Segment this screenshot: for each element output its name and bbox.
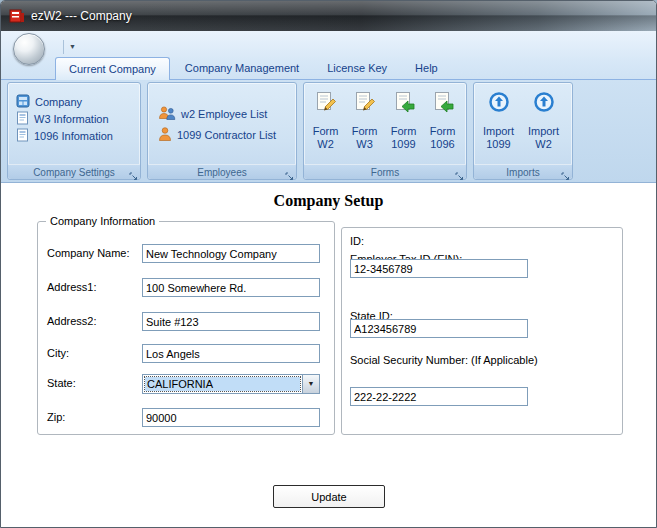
ribbon-chrome: ▼ Current Company Company Management Lic… bbox=[1, 31, 656, 79]
tab-help[interactable]: Help bbox=[402, 57, 451, 79]
bigbtn-label: Import bbox=[483, 125, 514, 138]
ribbon-item-label: 1099 Contractor List bbox=[177, 129, 276, 141]
address1-field[interactable] bbox=[142, 278, 320, 297]
bigbtn-label: 1099 bbox=[391, 138, 415, 151]
form-w2-button[interactable]: Form W2 bbox=[306, 85, 345, 166]
page-title: Company Setup bbox=[1, 192, 656, 210]
ribbon-body: Company W3 Information bbox=[1, 79, 656, 183]
import-1099-icon bbox=[488, 91, 510, 115]
qat-dropdown-icon[interactable]: ▼ bbox=[63, 40, 77, 54]
form-w2-icon bbox=[314, 91, 338, 115]
import-1099-button[interactable]: Import 1099 bbox=[476, 85, 521, 166]
main-content: Company Setup Company Information Compan… bbox=[1, 184, 656, 528]
zip-field[interactable] bbox=[142, 408, 320, 427]
ribbon-group-imports: Import 1099 Import W2 Imports bbox=[473, 82, 573, 180]
address2-field[interactable] bbox=[142, 312, 320, 331]
ribbon-item-label: w2 Employee List bbox=[181, 108, 267, 120]
groupbox-legend: Company Information bbox=[46, 215, 159, 227]
state-dropdown[interactable]: CALIFORNIA ▼ bbox=[142, 374, 320, 394]
id-section-title: ID: bbox=[342, 228, 622, 247]
ein-field[interactable] bbox=[350, 259, 528, 278]
company-name-label: Company Name: bbox=[47, 247, 130, 259]
tab-current-company[interactable]: Current Company bbox=[55, 57, 170, 80]
bigbtn-label: 1096 bbox=[430, 138, 454, 151]
form-1099-icon bbox=[392, 91, 416, 115]
state-label: State: bbox=[47, 377, 76, 389]
company-information-groupbox: Company Information Company Name: Addres… bbox=[37, 221, 335, 435]
ribbon-group-company-settings: Company W3 Information bbox=[7, 82, 141, 180]
state-dropdown-arrow-icon[interactable]: ▼ bbox=[302, 375, 319, 393]
import-w2-button[interactable]: Import W2 bbox=[521, 85, 566, 166]
bigbtn-label: Import bbox=[528, 125, 559, 138]
bigbtn-label: 1099 bbox=[486, 138, 510, 151]
form-1099-button[interactable]: Form 1099 bbox=[384, 85, 423, 166]
tab-company-management[interactable]: Company Management bbox=[172, 57, 312, 79]
bigbtn-label: Form bbox=[430, 125, 456, 138]
group-caption-forms: Forms bbox=[304, 164, 466, 179]
app-icon bbox=[9, 8, 25, 24]
w3-information-icon bbox=[16, 111, 29, 127]
dialog-launcher-icon[interactable] bbox=[455, 167, 464, 176]
state-selected-value: CALIFORNIA bbox=[145, 377, 300, 391]
group-caption-employees: Employees bbox=[148, 164, 296, 179]
dialog-launcher-icon[interactable] bbox=[129, 167, 138, 176]
form-1096-button[interactable]: Form 1096 bbox=[423, 85, 462, 166]
tab-license-key[interactable]: License Key bbox=[314, 57, 400, 79]
application-menu-orb[interactable] bbox=[13, 33, 45, 65]
company-name-field[interactable] bbox=[142, 244, 320, 263]
bigbtn-label: W2 bbox=[535, 138, 552, 151]
bigbtn-label: W2 bbox=[317, 138, 334, 151]
group-caption-imports: Imports bbox=[474, 164, 572, 179]
bigbtn-label: Form bbox=[313, 125, 339, 138]
app-window: ezW2 --- Company ▼ Current Company Compa… bbox=[0, 0, 657, 528]
bigbtn-label: Form bbox=[391, 125, 417, 138]
address1-label: Address1: bbox=[47, 281, 97, 293]
address2-label: Address2: bbox=[47, 315, 97, 327]
company-icon bbox=[16, 94, 30, 110]
import-w2-icon bbox=[533, 91, 555, 115]
ribbon-group-forms: Form W2 Form W3 bbox=[303, 82, 467, 180]
ribbon-item-label: 1096 Infomation bbox=[34, 130, 113, 142]
bigbtn-label: W3 bbox=[356, 138, 373, 151]
group-caption-company-settings: Company Settings bbox=[8, 164, 140, 179]
ribbon-tabs: Current Company Company Management Licen… bbox=[55, 57, 451, 79]
form-1096-icon bbox=[431, 91, 455, 115]
window-title: ezW2 --- Company bbox=[31, 1, 132, 31]
ssn-field[interactable] bbox=[350, 387, 528, 406]
ribbon-item-label: W3 Information bbox=[34, 113, 109, 125]
form-w3-icon bbox=[353, 91, 377, 115]
zip-label: Zip: bbox=[47, 411, 65, 423]
title-bar[interactable]: ezW2 --- Company bbox=[1, 1, 656, 31]
dialog-launcher-icon[interactable] bbox=[285, 167, 294, 176]
state-id-field[interactable] bbox=[350, 319, 528, 338]
ribbon-item-company[interactable]: Company bbox=[8, 93, 140, 110]
ribbon-item-1096-infomation[interactable]: 1096 Infomation bbox=[8, 127, 140, 144]
employees-icon bbox=[158, 105, 176, 123]
form-w3-button[interactable]: Form W3 bbox=[345, 85, 384, 166]
ribbon-item-label: Company bbox=[35, 96, 82, 108]
contractor-icon bbox=[158, 126, 172, 144]
bigbtn-label: Form bbox=[352, 125, 378, 138]
dialog-launcher-icon[interactable] bbox=[561, 167, 570, 176]
id-groupbox: ID: Employer Tax ID (EIN): State ID: Soc… bbox=[341, 227, 623, 435]
info-1096-icon bbox=[16, 128, 29, 144]
update-button[interactable]: Update bbox=[273, 485, 385, 508]
city-label: City: bbox=[47, 347, 69, 359]
ribbon-item-1099-contractor-list[interactable]: 1099 Contractor List bbox=[148, 124, 296, 145]
ribbon-group-employees: w2 Employee List 1099 Contractor List Em… bbox=[147, 82, 297, 180]
city-field[interactable] bbox=[142, 344, 320, 363]
ribbon-item-w3-information[interactable]: W3 Information bbox=[8, 110, 140, 127]
ribbon-item-w2-employee-list[interactable]: w2 Employee List bbox=[148, 103, 296, 124]
